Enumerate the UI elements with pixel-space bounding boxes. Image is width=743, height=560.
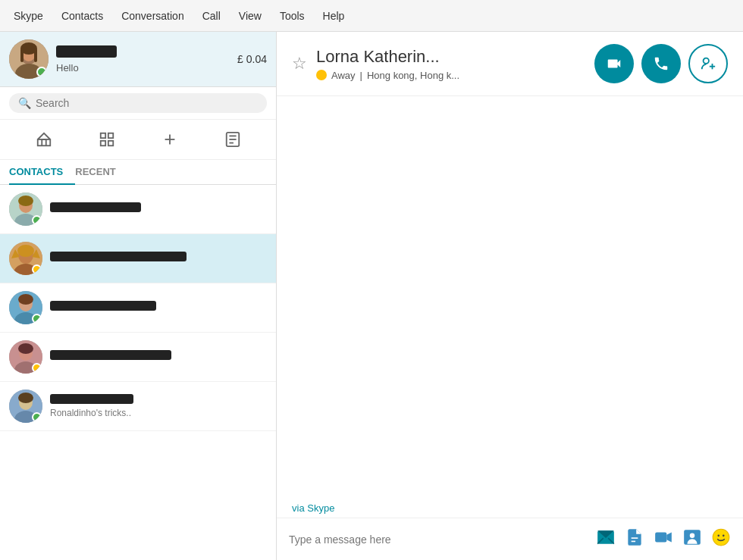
avatar [9,389,42,423]
contact-header: ☆ Lorna Katherin... Away | Hong kong, Ho… [277,32,743,96]
contacts-list: Ronaldinho's tricks.. [0,185,276,560]
contacts-icon-btn[interactable] [219,126,246,153]
message-input[interactable] [289,533,588,546]
message-input-area [277,518,743,560]
svg-rect-10 [100,141,105,145]
menu-view[interactable]: View [231,5,269,27]
svg-point-55 [723,535,725,537]
svg-point-25 [17,245,34,257]
add-icon-btn[interactable] [156,126,183,153]
header-actions [594,44,728,83]
svg-rect-8 [100,133,105,138]
search-area: 🔍 [0,87,276,120]
contact-name-redacted [50,350,171,360]
sidebar: Hello £ 0.04 🔍 [0,32,277,560]
search-box: 🔍 [9,93,267,113]
avatar [9,291,42,324]
svg-rect-49 [655,533,666,543]
search-icon: 🔍 [18,97,31,109]
contact-info [50,350,267,364]
list-item[interactable]: Ronaldinho's tricks.. [0,382,276,431]
contact-sub: Ronaldinho's tricks.. [50,408,267,418]
tabs: CONTACTS RECENT [0,160,276,185]
video-call-button[interactable] [594,44,634,83]
contact-status-dot [32,314,42,324]
svg-rect-11 [108,141,112,145]
profile-greeting: Hello [56,62,237,74]
status-separator: | [360,70,362,81]
menu-conversation[interactable]: Conversation [114,5,192,27]
emoji-icon[interactable] [711,527,731,551]
svg-marker-50 [666,533,672,543]
contact-status-dot [32,264,42,274]
avatar [9,242,42,275]
menu-skype[interactable]: Skype [6,5,51,27]
search-input[interactable] [36,97,258,109]
profile-area: Hello £ 0.04 [0,32,276,87]
profile-info: Hello [56,45,237,74]
menu-bar: Skype Contacts Conversation Call View To… [0,0,743,32]
video-message-icon[interactable] [654,527,673,551]
grid-icon-btn[interactable] [93,126,121,153]
send-file-icon[interactable] [596,527,616,551]
send-contact-icon[interactable] [682,527,702,551]
chat-area [277,96,743,495]
status-label: Away [331,70,356,81]
svg-point-31 [18,294,33,305]
list-item[interactable] [0,185,276,234]
contact-status-dot [32,363,42,373]
via-label: via [292,502,305,514]
contact-name-redacted [50,301,156,311]
avatar [9,340,42,374]
nav-icons [0,120,276,160]
contact-header-name: Lorna Katherin... [316,47,594,67]
contact-name-redacted [50,394,133,404]
avatar [9,192,42,226]
svg-rect-7 [37,139,50,145]
menu-help[interactable]: Help [315,5,353,27]
contact-info [50,252,267,265]
menu-tools[interactable]: Tools [272,5,312,27]
contact-name-redacted [50,202,141,212]
star-icon[interactable]: ☆ [292,54,307,74]
contact-info [50,301,267,314]
right-panel: ☆ Lorna Katherin... Away | Hong kong, Ho… [277,32,743,560]
svg-point-52 [690,533,695,539]
svg-point-35 [18,343,33,354]
send-document-icon[interactable] [625,527,644,551]
contact-info [50,202,267,216]
contact-header-info: Lorna Katherin... Away | Hong kong, Hong… [316,47,594,81]
svg-point-39 [18,393,33,403]
contact-status-dot [32,412,42,422]
main-content: Hello £ 0.04 🔍 [0,32,743,560]
away-status-dot [316,70,327,80]
svg-rect-6 [34,48,37,62]
profile-status-dot [36,67,47,77]
svg-point-21 [18,196,33,206]
list-item[interactable] [0,283,276,333]
via-skype-label: via Skype [277,495,743,518]
svg-point-53 [713,529,729,546]
contact-header-status: Away | Hong kong, Hong k... [316,70,594,81]
svg-rect-5 [20,48,24,62]
add-contact-button[interactable] [688,44,728,83]
profile-balance: £ 0.04 [237,53,267,65]
list-item[interactable] [0,234,276,283]
contact-info: Ronaldinho's tricks.. [50,394,267,418]
input-tools [596,527,731,551]
svg-point-54 [717,535,719,537]
svg-point-40 [704,58,709,64]
menu-contacts[interactable]: Contacts [54,5,111,27]
contact-status-dot [32,215,42,225]
avatar [9,39,49,79]
home-icon-btn[interactable] [30,126,58,153]
tab-contacts[interactable]: CONTACTS [9,160,75,185]
svg-rect-9 [108,133,112,138]
voice-call-button[interactable] [641,44,681,83]
location-label: Hong kong, Hong k... [367,70,459,81]
list-item[interactable] [0,333,276,382]
skype-link[interactable]: Skype [307,502,334,514]
contact-name-redacted [50,252,187,261]
menu-call[interactable]: Call [195,5,228,27]
tab-recent[interactable]: RECENT [75,160,127,185]
